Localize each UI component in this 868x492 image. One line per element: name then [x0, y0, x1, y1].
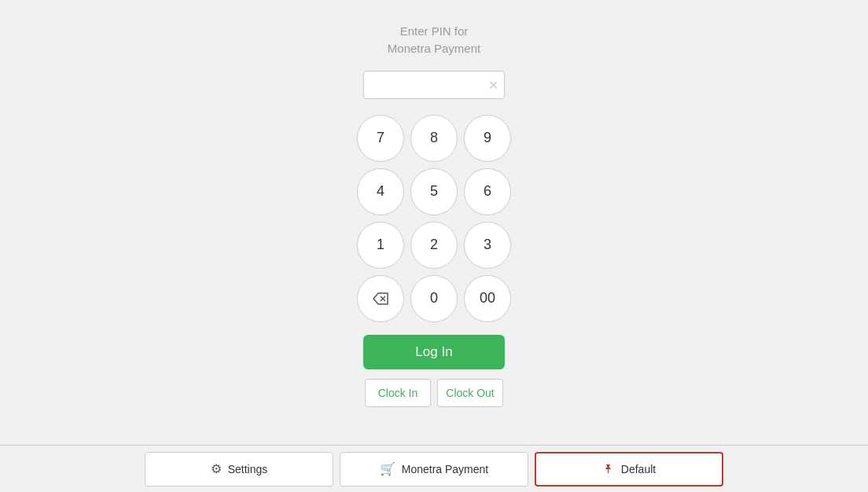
- store-icon: 🛒: [380, 461, 395, 476]
- key-4[interactable]: 4: [357, 168, 404, 215]
- footer: ⚙ Settings 🛒 Monetra Payment 🖈 Default: [0, 445, 868, 492]
- key-6[interactable]: 6: [464, 168, 511, 215]
- key-2[interactable]: 2: [410, 222, 458, 269]
- settings-button[interactable]: ⚙ Settings: [145, 452, 333, 486]
- key-5[interactable]: 5: [410, 168, 458, 215]
- clock-out-button[interactable]: Clock Out: [437, 379, 503, 407]
- default-button[interactable]: 🖈 Default: [535, 452, 723, 486]
- keypad: 7 8 9 4 5 6 1 2 3 0 00: [357, 115, 511, 322]
- monetra-payment-button[interactable]: 🛒 Monetra Payment: [340, 452, 528, 486]
- login-button[interactable]: Log In: [363, 335, 505, 369]
- clear-icon[interactable]: ✕: [488, 77, 498, 92]
- gear-icon: ⚙: [211, 461, 222, 476]
- settings-label: Settings: [228, 463, 268, 475]
- key-3[interactable]: 3: [464, 222, 511, 269]
- clock-buttons: Clock In Clock Out: [365, 379, 503, 407]
- key-8[interactable]: 8: [410, 115, 458, 162]
- pin-input-wrapper: ✕: [363, 71, 505, 99]
- default-label: Default: [621, 463, 656, 475]
- key-backspace[interactable]: [357, 275, 404, 322]
- clock-in-button[interactable]: Clock In: [365, 379, 431, 407]
- main-content: Enter PIN for Monetra Payment ✕ 7 8 9 4 …: [0, 0, 868, 445]
- location-icon: 🖈: [602, 462, 615, 476]
- key-9[interactable]: 9: [464, 115, 511, 162]
- pin-title: Enter PIN for Monetra Payment: [388, 23, 480, 58]
- pin-input[interactable]: [363, 71, 505, 99]
- key-7[interactable]: 7: [357, 115, 404, 162]
- key-1[interactable]: 1: [357, 222, 404, 269]
- key-0[interactable]: 0: [410, 275, 458, 322]
- key-00[interactable]: 00: [464, 275, 511, 322]
- monetra-label: Monetra Payment: [402, 463, 489, 475]
